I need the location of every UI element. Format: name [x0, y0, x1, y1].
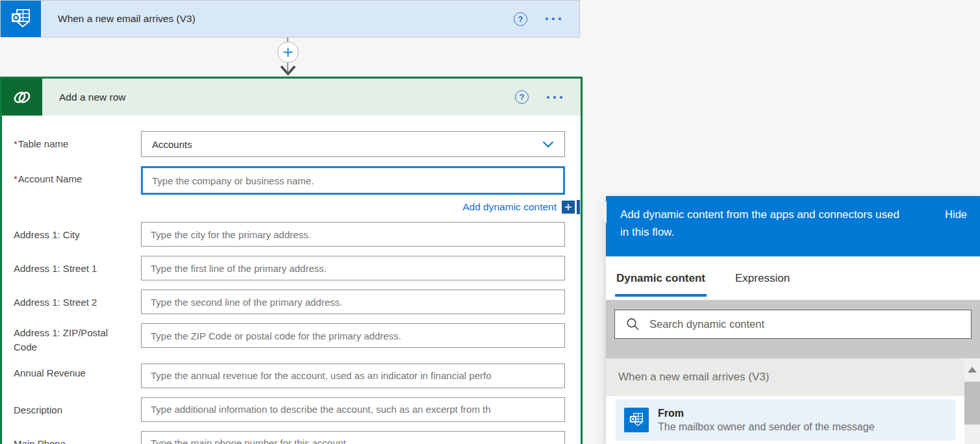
dynamic-content-list: When a new email arrives (V3) From The m… — [606, 358, 980, 444]
outlook-icon — [1, 1, 41, 37]
callout-pointer — [594, 201, 607, 223]
tab-dynamic-content[interactable]: Dynamic content — [615, 256, 707, 300]
field-row-address1-street1: Address 1: Street 1 — [14, 256, 565, 280]
scroll-up-arrow-icon[interactable] — [968, 367, 977, 373]
menu-ellipsis-icon[interactable] — [546, 93, 564, 101]
required-marker: * — [14, 173, 18, 184]
item-title: From — [658, 408, 875, 419]
field-label: Address 1: Street 1 — [14, 256, 141, 280]
table-name-dropdown[interactable]: Accounts — [141, 131, 565, 157]
description-input[interactable] — [141, 397, 565, 422]
help-glyph: ? — [518, 14, 523, 24]
required-marker: * — [14, 138, 18, 149]
action-card-title: Add a new row — [59, 92, 126, 103]
field-label: *Account Name — [14, 166, 141, 195]
field-label: Annual Revenue — [14, 364, 141, 388]
dynamic-panel-tabs: Dynamic content Expression — [606, 256, 980, 300]
field-label: Address 1: Street 2 — [14, 290, 141, 314]
tab-expression[interactable]: Expression — [734, 256, 791, 300]
dynamic-panel-header: Add dynamic content from the apps and co… — [606, 196, 980, 256]
field-row-table-name: *Table name Accounts — [14, 131, 565, 157]
scrollbar-thumb[interactable] — [964, 382, 980, 425]
field-label: Address 1: ZIP/Postal Code — [14, 323, 141, 354]
dynamic-content-item-from[interactable]: From The mailbox owner and sender of the… — [616, 399, 955, 441]
action-card: Add a new row ? *Table name Accounts *Ac… — [0, 77, 583, 444]
account-name-input[interactable] — [141, 166, 565, 195]
help-icon[interactable]: ? — [514, 12, 527, 26]
dynamic-panel-header-text: Add dynamic content from the apps and co… — [620, 206, 901, 256]
field-row-address1-zip: Address 1: ZIP/Postal Code — [14, 323, 565, 354]
group-header: When a new email arrives (V3) — [606, 358, 964, 396]
field-row-address1-city: Address 1: City — [14, 222, 565, 247]
scrollbar[interactable] — [964, 358, 980, 444]
add-dynamic-content-link[interactable]: Add dynamic content — [462, 201, 557, 213]
address1-zip-input[interactable] — [141, 323, 565, 348]
plus-icon — [283, 47, 294, 58]
hide-button[interactable]: Hide — [945, 206, 967, 256]
search-box[interactable] — [614, 310, 972, 339]
field-row-main-phone: Main Phone — [14, 431, 565, 444]
field-row-annual-revenue: Annual Revenue — [14, 364, 565, 388]
field-row-account-name: *Account Name — [14, 166, 565, 195]
address1-street1-input[interactable] — [141, 256, 565, 280]
trigger-card-header[interactable]: When a new email arrives (V3) ? — [41, 1, 579, 37]
dynamic-content-panel: Add dynamic content from the apps and co… — [606, 196, 980, 444]
search-area — [606, 300, 980, 358]
help-icon[interactable]: ? — [515, 90, 529, 104]
text-cursor — [577, 200, 580, 214]
search-icon — [626, 317, 640, 331]
field-label: Main Phone — [14, 431, 141, 444]
table-name-value: Accounts — [152, 139, 192, 150]
menu-ellipsis-icon[interactable] — [544, 15, 562, 23]
add-dynamic-content-plus-icon[interactable] — [562, 201, 575, 214]
address1-city-input[interactable] — [141, 222, 565, 247]
main-phone-input[interactable] — [141, 431, 565, 444]
trigger-card[interactable]: When a new email arrives (V3) ? — [0, 0, 580, 38]
field-row-address1-street2: Address 1: Street 2 — [14, 290, 565, 314]
insert-step-button[interactable] — [277, 42, 299, 63]
dataverse-icon — [2, 79, 42, 116]
search-input[interactable] — [649, 318, 964, 330]
field-label: Description — [14, 397, 141, 422]
chevron-down-icon — [542, 141, 554, 148]
address1-street2-input[interactable] — [141, 290, 565, 314]
item-description: The mailbox owner and sender of the mess… — [658, 421, 875, 433]
annual-revenue-input[interactable] — [141, 364, 565, 388]
help-glyph: ? — [520, 92, 525, 102]
outlook-icon — [624, 408, 649, 432]
action-card-header[interactable]: Add a new row ? — [2, 79, 581, 116]
field-label: Address 1: City — [14, 222, 141, 247]
field-row-description: Description — [14, 397, 565, 422]
field-label: *Table name — [14, 131, 141, 157]
trigger-card-title: When a new email arrives (V3) — [58, 13, 195, 25]
